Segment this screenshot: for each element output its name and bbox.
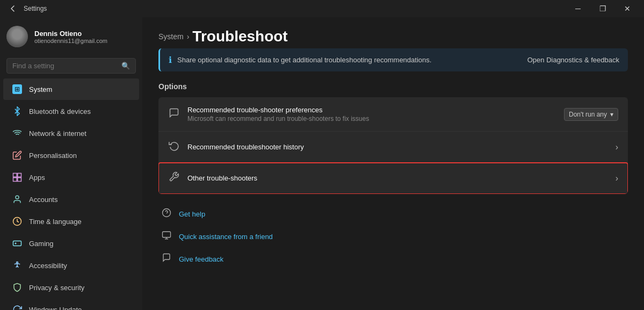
sidebar-item-network[interactable]: Network & internet xyxy=(3,122,139,144)
app-body: Dennis Otieno otienodennis11@gmail.com 🔍… xyxy=(0,17,644,310)
option-desc: Microsoft can recommend and run trouble-… xyxy=(187,115,369,122)
sidebar-item-label: Accounts xyxy=(29,196,57,204)
troubleshooter-dropdown[interactable]: Don't run any ▾ xyxy=(564,108,618,121)
get-help-link[interactable]: Get help xyxy=(158,205,628,223)
search-icon: 🔍 xyxy=(121,62,130,70)
option-title: Other trouble-shooters xyxy=(187,174,257,182)
user-info: Dennis Otieno otienodennis11@gmail.com xyxy=(34,30,107,44)
quick-assistance-label: Quick assistance from a friend xyxy=(179,233,273,241)
system-icon: ⊞ xyxy=(12,84,23,95)
sidebar-item-label: Bluetooth & devices xyxy=(29,107,91,116)
sidebar-nav: ⊞ System Bluetooth & devices Netw xyxy=(0,78,142,310)
breadcrumb-separator: › xyxy=(187,32,190,41)
option-recommended-history[interactable]: Recommended troubleshooter history › xyxy=(158,132,628,163)
info-icon: ℹ xyxy=(169,55,172,65)
option-right: › xyxy=(616,174,618,183)
svg-rect-11 xyxy=(163,232,171,237)
breadcrumb: System › Troubleshoot xyxy=(158,28,628,45)
option-left: Recommended trouble-shooter preferences … xyxy=(168,106,369,122)
section-title: Options xyxy=(158,82,628,91)
sidebar-item-label: Gaming xyxy=(29,240,54,248)
maximize-button[interactable]: ❐ xyxy=(590,0,615,17)
accounts-icon xyxy=(12,194,23,205)
help-icon xyxy=(161,208,172,220)
quick-assistance-link[interactable]: Quick assistance from a friend xyxy=(158,227,628,246)
privacy-icon xyxy=(12,282,23,293)
breadcrumb-parent[interactable]: System xyxy=(158,32,184,41)
feedback-icon xyxy=(161,253,172,265)
chevron-down-icon: ▾ xyxy=(610,111,613,118)
option-text: Recommended trouble-shooter preferences … xyxy=(187,106,369,122)
speech-bubble-icon xyxy=(168,107,180,121)
apps-icon xyxy=(12,172,23,183)
chevron-right-icon: › xyxy=(616,174,618,183)
svg-rect-2 xyxy=(13,178,17,182)
gaming-icon xyxy=(12,238,23,249)
sidebar-item-personalisation[interactable]: Personalisation xyxy=(3,145,139,166)
option-left: Recommended troubleshooter history xyxy=(168,140,304,154)
pencil-icon xyxy=(12,150,23,161)
wifi-icon xyxy=(12,128,23,139)
titlebar-left: Settings xyxy=(6,2,47,15)
back-button[interactable] xyxy=(6,2,19,15)
window-controls: ─ ❐ ✕ xyxy=(566,0,640,17)
history-icon xyxy=(168,140,180,154)
update-icon xyxy=(12,304,23,310)
monitor-icon xyxy=(161,230,172,242)
sidebar-item-apps[interactable]: Apps xyxy=(3,167,139,188)
sidebar: Dennis Otieno otienodennis11@gmail.com 🔍… xyxy=(0,17,142,310)
time-icon xyxy=(12,216,23,227)
option-left: Other trouble-shooters xyxy=(168,171,257,185)
svg-rect-6 xyxy=(13,241,21,246)
user-section: Dennis Otieno otienodennis11@gmail.com xyxy=(0,17,142,56)
search-box[interactable]: 🔍 xyxy=(6,58,136,74)
page-title: Troubleshoot xyxy=(192,28,287,45)
sidebar-item-time[interactable]: Time & language xyxy=(3,211,139,232)
option-text: Other trouble-shooters xyxy=(187,174,257,182)
sidebar-item-update[interactable]: Windows Update xyxy=(3,299,139,310)
info-banner-left: ℹ Share optional diagnostic data to get … xyxy=(169,55,431,65)
sidebar-item-gaming[interactable]: Gaming xyxy=(3,233,139,254)
wrench-icon xyxy=(168,171,180,185)
sidebar-item-label: Network & internet xyxy=(29,129,86,138)
user-email: otienodennis11@gmail.com xyxy=(34,38,107,44)
svg-rect-1 xyxy=(18,174,21,177)
svg-rect-0 xyxy=(13,174,17,177)
options-list: Recommended trouble-shooter preferences … xyxy=(158,97,628,194)
sidebar-item-bluetooth[interactable]: Bluetooth & devices xyxy=(3,100,139,122)
sidebar-item-privacy[interactable]: Privacy & security xyxy=(3,277,139,298)
option-title: Recommended trouble-shooter preferences xyxy=(187,106,369,114)
titlebar: Settings ─ ❐ ✕ xyxy=(0,0,644,17)
sidebar-item-label: Privacy & security xyxy=(29,284,84,292)
sidebar-item-accessibility[interactable]: Accessibility xyxy=(3,255,139,276)
give-feedback-link[interactable]: Give feedback xyxy=(158,250,628,268)
sidebar-item-system[interactable]: ⊞ System xyxy=(3,78,139,100)
give-feedback-label: Give feedback xyxy=(179,255,223,263)
option-right: Don't run any ▾ xyxy=(564,108,618,121)
sidebar-item-label: Time & language xyxy=(29,218,82,226)
sidebar-item-label: Windows Update xyxy=(29,306,82,311)
get-help-label: Get help xyxy=(179,210,205,218)
sidebar-item-accounts[interactable]: Accounts xyxy=(3,189,139,210)
sidebar-item-label: Personalisation xyxy=(29,152,77,160)
dropdown-label: Don't run any xyxy=(569,111,607,118)
search-input[interactable] xyxy=(12,62,117,70)
option-other-troubleshooters[interactable]: Other trouble-shooters › xyxy=(158,163,628,194)
sidebar-item-label: Apps xyxy=(29,174,45,182)
minimize-button[interactable]: ─ xyxy=(566,0,590,17)
option-text: Recommended troubleshooter history xyxy=(187,143,304,151)
accessibility-icon xyxy=(12,260,23,271)
chevron-right-icon: › xyxy=(616,142,618,152)
diagnostics-link[interactable]: Open Diagnostics & feedback xyxy=(527,56,619,64)
main-content: System › Troubleshoot ℹ Share optional d… xyxy=(142,17,644,310)
info-text: Share optional diagnostic data to get ad… xyxy=(177,56,431,64)
bluetooth-icon xyxy=(12,106,23,117)
user-name: Dennis Otieno xyxy=(34,30,107,38)
svg-point-9 xyxy=(163,209,171,217)
option-recommended-prefs[interactable]: Recommended trouble-shooter preferences … xyxy=(158,97,628,132)
option-title: Recommended troubleshooter history xyxy=(187,143,304,151)
sidebar-item-label: Accessibility xyxy=(29,262,67,270)
sidebar-item-label: System xyxy=(29,85,52,93)
close-button[interactable]: ✕ xyxy=(615,0,640,17)
svg-point-4 xyxy=(16,196,19,199)
